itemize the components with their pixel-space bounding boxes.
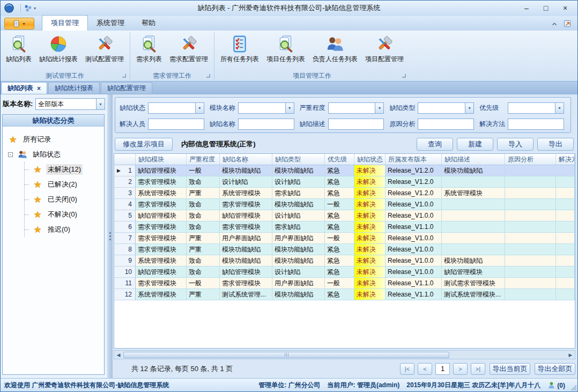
column-header[interactable]: 缺陷名称: [220, 154, 272, 165]
column-header[interactable]: 解决方法: [556, 154, 575, 165]
table-cell[interactable]: 缺陷管理模块: [220, 210, 272, 221]
table-cell[interactable]: 致命: [187, 255, 220, 267]
table-cell[interactable]: 需求缺陷: [272, 188, 325, 199]
table-cell[interactable]: 未解决: [354, 199, 386, 210]
table-cell[interactable]: 缺陷管理模块: [442, 267, 505, 278]
table-cell[interactable]: [556, 244, 575, 255]
ribbon-button[interactable]: 项目任务列表: [263, 32, 309, 66]
table-cell[interactable]: 紧急: [325, 244, 354, 255]
chevron-down-icon[interactable]: ▾: [285, 103, 294, 113]
row-header[interactable]: 11: [114, 278, 136, 289]
table-cell[interactable]: 致命: [187, 199, 220, 210]
pager-next-button[interactable]: >: [453, 363, 468, 375]
table-cell[interactable]: [556, 289, 575, 300]
table-cell[interactable]: [556, 176, 575, 188]
table-cell[interactable]: [442, 221, 505, 233]
ribbon-button[interactable]: 需求配置管理: [166, 32, 212, 66]
filter-dropdown[interactable]: ▾: [148, 102, 204, 114]
table-cell[interactable]: 缺陷管理模块: [136, 165, 187, 176]
table-cell[interactable]: [556, 221, 575, 233]
dialog-launcher-icon[interactable]: [206, 74, 210, 78]
table-cell[interactable]: 用户界面缺陷: [272, 233, 325, 244]
table-cell[interactable]: 模块功能缺陷: [272, 255, 325, 267]
table-cell[interactable]: Release_V1.0.0: [386, 210, 442, 221]
table-cell[interactable]: 致命: [187, 221, 220, 233]
table-cell[interactable]: Release_V1.0.0: [386, 199, 442, 210]
table-cell[interactable]: 设计缺陷: [272, 176, 325, 188]
filter-dropdown[interactable]: ▾: [328, 102, 384, 114]
table-cell[interactable]: Release_V1.1.0: [386, 221, 442, 233]
table-cell[interactable]: 模块功能缺陷: [272, 289, 325, 300]
ribbon-button[interactable]: 负责人任务列表: [309, 32, 361, 66]
row-header[interactable]: 10: [114, 267, 136, 278]
table-cell[interactable]: 一般: [325, 199, 354, 210]
row-header[interactable]: ▶1: [114, 165, 136, 176]
table-cell[interactable]: 用户界面缺陷: [220, 233, 272, 244]
column-header[interactable]: 缺陷模块: [136, 154, 187, 165]
table-cell[interactable]: 用户界面缺陷: [272, 278, 325, 289]
chevron-down-icon[interactable]: ▾: [555, 103, 564, 113]
column-header[interactable]: 缺陷类型: [272, 154, 325, 165]
table-cell[interactable]: [505, 176, 556, 188]
table-cell[interactable]: 一般: [187, 278, 220, 289]
chevron-down-icon[interactable]: ▾: [465, 103, 473, 113]
ribbon-tab[interactable]: 系统管理: [88, 16, 133, 31]
chevron-down-icon[interactable]: ▾: [375, 103, 383, 113]
table-cell[interactable]: [442, 210, 505, 221]
table-cell[interactable]: 系统管理模块: [136, 255, 187, 267]
ribbon-tab[interactable]: 项目管理: [42, 15, 88, 31]
table-cell[interactable]: Release_V1.1.0: [386, 278, 442, 289]
row-header[interactable]: 4: [114, 199, 136, 210]
export-current-page-button[interactable]: 导出当前页: [490, 363, 530, 375]
table-cell[interactable]: [556, 199, 575, 210]
table-cell[interactable]: 模块功能缺陷: [220, 255, 272, 267]
ribbon-button[interactable]: 测试配置管理: [81, 32, 128, 66]
table-cell[interactable]: 模块功能缺陷: [442, 255, 505, 267]
table-cell[interactable]: 需求管理模块: [136, 176, 187, 188]
dialog-launcher-icon[interactable]: [402, 74, 406, 78]
horizontal-scrollbar[interactable]: ◀ ▶: [114, 350, 575, 359]
table-cell[interactable]: [505, 188, 556, 199]
table-cell[interactable]: 未解决: [354, 188, 386, 199]
table-cell[interactable]: 紧急: [325, 255, 354, 267]
filter-dropdown[interactable]: ▾: [418, 102, 474, 114]
table-cell[interactable]: [442, 244, 505, 255]
filter-dropdown[interactable]: ▾: [238, 102, 294, 114]
table-cell[interactable]: 模块功能缺陷: [272, 244, 325, 255]
close-button[interactable]: ×: [555, 2, 575, 14]
table-cell[interactable]: 一般: [325, 278, 354, 289]
sidebar-splitter[interactable]: [107, 94, 113, 378]
table-cell[interactable]: [505, 267, 556, 278]
table-cell[interactable]: 系统管理模块: [442, 188, 505, 199]
table-cell[interactable]: 需求管理模块: [220, 199, 272, 210]
filter-input[interactable]: [328, 119, 384, 130]
row-header[interactable]: 8: [114, 244, 136, 255]
dialog-launcher-icon[interactable]: [122, 74, 126, 78]
table-cell[interactable]: 未解决: [354, 244, 386, 255]
table-cell[interactable]: 紧急: [325, 221, 354, 233]
table-cell[interactable]: 严重: [187, 244, 220, 255]
table-cell[interactable]: 模块功能缺陷: [272, 199, 325, 210]
column-header[interactable]: 优先级: [325, 154, 354, 165]
table-cell[interactable]: [505, 199, 556, 210]
table-cell[interactable]: 设计缺陷: [220, 176, 272, 188]
table-cell[interactable]: Release_V1.2.0: [386, 176, 442, 188]
tree-item[interactable]: ★已关闭(0): [28, 192, 104, 207]
table-cell[interactable]: 需求管理模块: [220, 278, 272, 289]
table-cell[interactable]: 需求管理模块: [136, 233, 187, 244]
table-cell[interactable]: 严重: [187, 233, 220, 244]
filter-dropdown[interactable]: ▾: [508, 102, 564, 114]
row-header[interactable]: 3: [114, 188, 136, 199]
table-cell[interactable]: 未解决: [354, 165, 386, 176]
table-cell[interactable]: 一般: [325, 233, 354, 244]
collapse-icon[interactable]: -: [8, 152, 13, 157]
doc-tab[interactable]: 缺陷列表×: [1, 82, 47, 94]
table-cell[interactable]: [556, 255, 575, 267]
chevron-down-icon[interactable]: ▾: [195, 103, 204, 113]
column-header[interactable]: 缺陷状态: [354, 154, 386, 165]
table-cell[interactable]: 系统管理模块: [220, 188, 272, 199]
table-cell[interactable]: 未解决: [354, 267, 386, 278]
row-header[interactable]: 12: [114, 289, 136, 300]
table-cell[interactable]: 致命: [187, 176, 220, 188]
table-cell[interactable]: 紧急: [325, 176, 354, 188]
